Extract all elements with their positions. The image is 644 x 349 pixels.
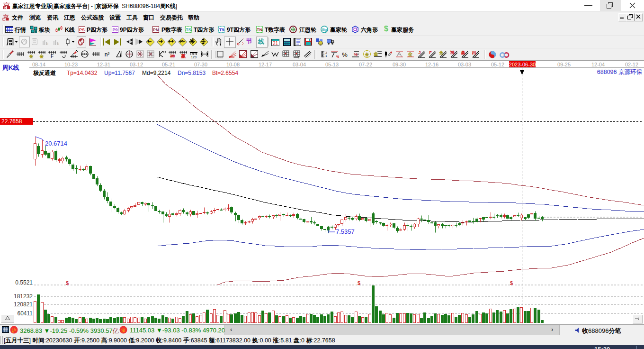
svg-text:02-12: 02-12: [625, 62, 638, 67]
svg-text:%: %: [342, 51, 348, 58]
svg-text:03-12: 03-12: [130, 62, 143, 67]
svg-text:金: 金: [374, 51, 378, 56]
svg-text:181232: 181232: [14, 293, 33, 300]
svg-text:%: %: [354, 52, 358, 57]
svg-text:12-31: 12-31: [97, 62, 110, 67]
svg-text:Tp=14.0432: Tp=14.0432: [67, 70, 98, 76]
svg-text:周K线: 周K线: [2, 64, 19, 71]
svg-text:%: %: [336, 55, 339, 58]
svg-text:$: $: [358, 280, 360, 286]
svg-text:金: 金: [439, 50, 444, 55]
svg-text:极反通道: 极反通道: [33, 70, 56, 76]
svg-text:60411: 60411: [18, 310, 33, 317]
svg-text:金: 金: [39, 54, 45, 58]
svg-text:9: 9: [57, 42, 59, 45]
svg-text:PN: PN: [153, 28, 159, 32]
svg-text:12-17: 12-17: [259, 62, 272, 67]
svg-text:神: 神: [170, 54, 175, 58]
svg-text:金: 金: [365, 52, 370, 57]
svg-text:123: 123: [191, 55, 197, 58]
svg-text:神: 神: [450, 50, 455, 55]
svg-text:Big: Big: [322, 28, 327, 32]
svg-text:10-23: 10-23: [64, 62, 78, 67]
svg-text:$: $: [510, 280, 513, 286]
svg-text:07-30: 07-30: [194, 62, 207, 67]
svg-text:1: 1: [325, 55, 327, 57]
svg-text:7.5357: 7.5357: [336, 228, 355, 235]
svg-text:09-25: 09-25: [557, 62, 571, 67]
svg-text:22.7658: 22.7658: [1, 118, 22, 125]
svg-text:12-16: 12-16: [425, 62, 438, 67]
svg-text:金: 金: [29, 54, 34, 58]
svg-text:F: F: [429, 50, 432, 55]
svg-text:Bt=2.6554: Bt=2.6554: [212, 70, 238, 76]
svg-text:Md=9.2214: Md=9.2214: [142, 70, 171, 76]
svg-text:PS: PS: [79, 28, 85, 32]
svg-text:赢: 赢: [461, 50, 465, 55]
svg-text:07-22: 07-22: [359, 62, 372, 67]
svg-text:金: 金: [408, 52, 413, 57]
svg-text:05-21: 05-21: [162, 62, 175, 67]
svg-text:05-12: 05-12: [491, 62, 504, 67]
svg-text:21: 21: [273, 41, 278, 46]
svg-text:J: J: [418, 50, 420, 55]
svg-text:2023-06-30: 2023-06-30: [509, 62, 536, 67]
svg-text:05-13: 05-13: [325, 62, 339, 67]
svg-text:Dn=5.8153: Dn=5.8153: [178, 70, 206, 76]
svg-text:P9: P9: [112, 28, 117, 32]
svg-text:$: $: [66, 280, 69, 286]
svg-text:03-03: 03-03: [458, 62, 471, 67]
svg-text:688096 京源环保: 688096 京源环保: [597, 69, 643, 75]
svg-text:四: 四: [472, 50, 476, 55]
svg-text:2: 2: [325, 51, 327, 54]
svg-text:Up=11.7567: Up=11.7567: [104, 70, 135, 76]
svg-text:TN: TN: [257, 28, 262, 32]
svg-text:F: F: [51, 54, 54, 58]
svg-text:T9: T9: [219, 28, 224, 32]
svg-text:120821: 120821: [14, 301, 33, 308]
svg-text:08-14: 08-14: [32, 62, 45, 67]
svg-text:赢: 赢: [180, 54, 186, 58]
svg-text:n²: n²: [105, 51, 110, 58]
svg-text:TS: TS: [186, 28, 191, 32]
svg-text:20.6714: 20.6714: [45, 140, 67, 147]
svg-text:沪: 沪: [12, 328, 16, 333]
svg-text:12-04: 12-04: [591, 62, 605, 67]
svg-text:深: 深: [121, 328, 125, 333]
svg-text:09-30: 09-30: [393, 62, 406, 67]
svg-text:0.5521: 0.5521: [15, 279, 33, 286]
svg-text:03-04: 03-04: [293, 62, 306, 67]
svg-text:3: 3: [46, 42, 48, 45]
svg-text:10-08: 10-08: [226, 62, 240, 67]
